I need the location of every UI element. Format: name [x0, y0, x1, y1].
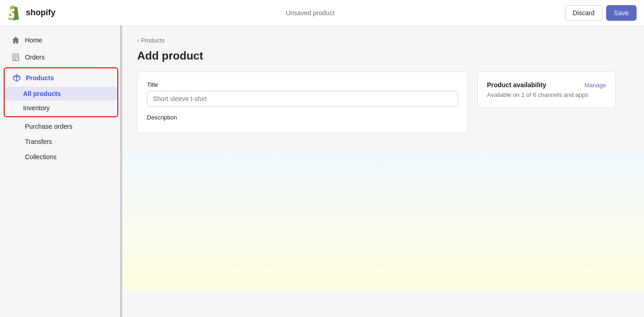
product-form-card: Title Description [137, 72, 468, 133]
main-inner: ‹ Products Add product Title [122, 26, 631, 152]
sidebar-item-collections[interactable]: Collections [4, 150, 118, 164]
layout: Home Orders Products All products [0, 26, 644, 317]
content-row: Title Description Product availability [137, 72, 616, 141]
sidebar-item-transfers[interactable]: Transfers [4, 134, 118, 149]
orders-icon [11, 53, 20, 62]
sidebar-inventory-label: Inventory [23, 104, 50, 112]
shopify-logo-icon [7, 6, 22, 20]
home-icon [11, 36, 20, 45]
sidebar-item-home[interactable]: Home [4, 32, 118, 48]
sidebar-collections-label: Collections [11, 153, 56, 161]
title-input[interactable] [147, 91, 458, 107]
description-field-group: Description [147, 114, 458, 121]
availability-title: Product availability [487, 81, 546, 89]
sidebar-item-purchase-orders[interactable]: Purchase orders [4, 119, 118, 134]
topbar: shopify Unsaved product Discard Save [0, 0, 644, 26]
page-title: Add product [137, 49, 616, 62]
sidebar-home-label: Home [25, 36, 42, 44]
sidebar-products-label: Products [26, 74, 54, 82]
main-card: Title Description [137, 72, 468, 141]
topbar-left: shopify [7, 6, 55, 20]
sidebar-resize-handle[interactable] [120, 26, 122, 317]
manage-button[interactable]: Manage [584, 82, 606, 89]
sidebar-item-orders[interactable]: Orders [4, 49, 118, 66]
sidebar-item-inventory[interactable]: Inventory [5, 101, 117, 115]
sidebar-purchase-orders-label: Purchase orders [11, 123, 73, 130]
shopify-logo: shopify [7, 6, 55, 20]
save-button[interactable]: Save [606, 5, 637, 21]
sidebar-transfers-label: Transfers [11, 138, 52, 145]
side-panel: Product availability Manage Available on… [477, 72, 616, 141]
discard-button[interactable]: Discard [565, 5, 602, 21]
availability-card: Product availability Manage Available on… [477, 72, 616, 108]
sidebar-orders-label: Orders [25, 54, 45, 61]
main-content: ‹ Products Add product Title [122, 26, 644, 317]
breadcrumb-chevron: ‹ [137, 37, 139, 44]
topbar-actions: Discard Save [565, 5, 637, 21]
breadcrumb: ‹ Products [137, 37, 616, 44]
sidebar-item-products[interactable]: Products [5, 70, 117, 86]
title-field-group: Title [147, 81, 458, 107]
fade-area [122, 152, 644, 290]
description-label: Description [147, 114, 458, 121]
shopify-logo-text: shopify [26, 8, 55, 18]
availability-header: Product availability Manage [487, 81, 606, 89]
sidebar-products-group: Products All products Inventory [4, 67, 118, 117]
sidebar-item-all-products[interactable]: All products [5, 87, 117, 101]
sidebar: Home Orders Products All products [0, 26, 122, 317]
title-label: Title [147, 81, 458, 88]
topbar-title: Unsaved product [286, 9, 334, 17]
breadcrumb-link[interactable]: Products [141, 37, 164, 44]
products-icon [12, 73, 21, 83]
sidebar-all-products-label: All products [23, 90, 61, 97]
availability-description: Available on 1 of 6 channels and apps [487, 91, 606, 98]
